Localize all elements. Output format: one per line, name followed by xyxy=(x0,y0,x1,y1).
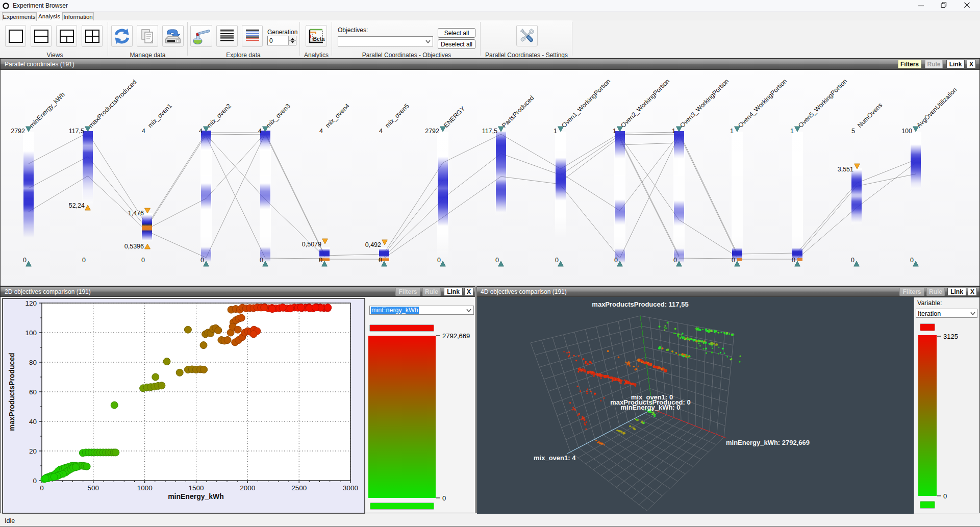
svg-text:117,5: 117,5 xyxy=(69,128,84,135)
svg-text:117,5: 117,5 xyxy=(482,128,497,135)
svg-text:minEnergy_kWh: 2792,669: minEnergy_kWh: 2792,669 xyxy=(726,439,810,446)
svg-text:0: 0 xyxy=(555,257,559,264)
svg-text:4: 4 xyxy=(142,128,145,135)
svg-text:2792: 2792 xyxy=(11,128,25,135)
svg-text:0,492: 0,492 xyxy=(365,241,381,248)
svg-text:1: 1 xyxy=(613,128,616,135)
svg-text:minEnergy_kWh: minEnergy_kWh xyxy=(168,492,224,500)
svg-text:0: 0 xyxy=(614,257,618,264)
svg-text:500: 500 xyxy=(88,484,99,492)
svg-text:maxProductsProduced: 117,55: maxProductsProduced: 117,55 xyxy=(592,300,688,308)
svg-text:3000: 3000 xyxy=(343,484,358,492)
svg-text:mix_oven4: mix_oven4 xyxy=(324,102,351,129)
svg-text:mix_oven1: mix_oven1 xyxy=(146,102,173,129)
svg-text:0: 0 xyxy=(260,257,263,264)
svg-text:PartsProduced: PartsProduced xyxy=(500,94,535,129)
svg-text:40: 40 xyxy=(29,418,37,425)
svg-text:0: 0 xyxy=(910,257,914,264)
svg-text:52,24: 52,24 xyxy=(69,202,85,209)
svg-text:5: 5 xyxy=(851,128,855,135)
svg-text:0: 0 xyxy=(200,257,204,264)
svg-text:0: 0 xyxy=(33,477,37,485)
svg-text:Oven4_WorkingPortion: Oven4_WorkingPortion xyxy=(737,78,788,129)
svg-text:0: 0 xyxy=(141,257,145,264)
svg-text:0: 0 xyxy=(442,494,446,501)
svg-text:maxProductsProduced: maxProductsProduced xyxy=(87,79,138,129)
svg-text:mix_oven2: mix_oven2 xyxy=(206,102,233,129)
svg-text:100: 100 xyxy=(25,329,37,337)
svg-text:minEnergy_kWh: minEnergy_kWh xyxy=(28,91,66,129)
svg-text:120: 120 xyxy=(25,299,37,307)
svg-text:1000: 1000 xyxy=(137,484,153,492)
svg-text:Oven3_WorkingPortion: Oven3_WorkingPortion xyxy=(679,78,730,129)
svg-text:4: 4 xyxy=(319,128,323,135)
svg-text:4: 4 xyxy=(258,128,262,135)
svg-text:Oven2_WorkingPortion: Oven2_WorkingPortion xyxy=(619,78,671,129)
svg-text:0: 0 xyxy=(82,257,86,264)
svg-text:0: 0 xyxy=(437,257,441,264)
svg-text:0: 0 xyxy=(851,257,855,264)
svg-text:0: 0 xyxy=(379,257,382,264)
svg-text:2000: 2000 xyxy=(240,484,255,492)
svg-text:0: 0 xyxy=(40,484,44,492)
svg-text:80: 80 xyxy=(29,359,37,366)
svg-text:0: 0 xyxy=(495,257,499,264)
svg-text:0: 0 xyxy=(23,257,27,264)
svg-text:0,5079: 0,5079 xyxy=(302,241,321,248)
svg-text:NumOvens: NumOvens xyxy=(856,102,884,129)
svg-text:mix_oven5: mix_oven5 xyxy=(384,102,411,129)
svg-text:AvgOvenUtilization: AvgOvenUtilization xyxy=(915,86,958,129)
svg-text:mix_oven1: 4: mix_oven1: 4 xyxy=(534,454,576,462)
svg-text:Oven5_WorkingPortion: Oven5_WorkingPortion xyxy=(797,78,848,129)
svg-text:0: 0 xyxy=(319,257,322,264)
svg-text:60: 60 xyxy=(29,388,37,396)
svg-text:1: 1 xyxy=(790,128,794,135)
svg-text:3,551: 3,551 xyxy=(838,166,853,173)
svg-text:2500: 2500 xyxy=(291,484,307,492)
svg-text:Beta: Beta xyxy=(313,35,325,41)
svg-text:maxProductsProduced: maxProductsProduced xyxy=(8,353,16,431)
svg-text:3125: 3125 xyxy=(943,333,958,340)
svg-text:1: 1 xyxy=(554,128,557,135)
svg-text:Oven1_WorkingPortion: Oven1_WorkingPortion xyxy=(560,78,612,129)
svg-text:mix_oven3: mix_oven3 xyxy=(265,102,292,129)
svg-text:0,5396: 0,5396 xyxy=(124,243,144,250)
svg-text:0: 0 xyxy=(673,257,677,264)
svg-text:ENERGY: ENERGY xyxy=(442,105,467,129)
svg-text:2792: 2792 xyxy=(425,128,439,135)
svg-text:1,476: 1,476 xyxy=(128,210,144,217)
svg-text:1500: 1500 xyxy=(188,484,204,492)
svg-text:0: 0 xyxy=(732,257,735,264)
svg-text:4: 4 xyxy=(379,128,383,135)
svg-text:1: 1 xyxy=(672,128,675,135)
svg-text:0: 0 xyxy=(792,257,795,264)
svg-text:minEnergy_kWh: 0: minEnergy_kWh: 0 xyxy=(620,404,680,411)
svg-text:4: 4 xyxy=(199,128,203,135)
svg-text:100: 100 xyxy=(901,128,912,135)
svg-text:1: 1 xyxy=(730,128,734,135)
svg-text:2792,669: 2792,669 xyxy=(442,333,470,340)
svg-text:0: 0 xyxy=(943,492,947,500)
svg-text:20: 20 xyxy=(29,447,37,455)
